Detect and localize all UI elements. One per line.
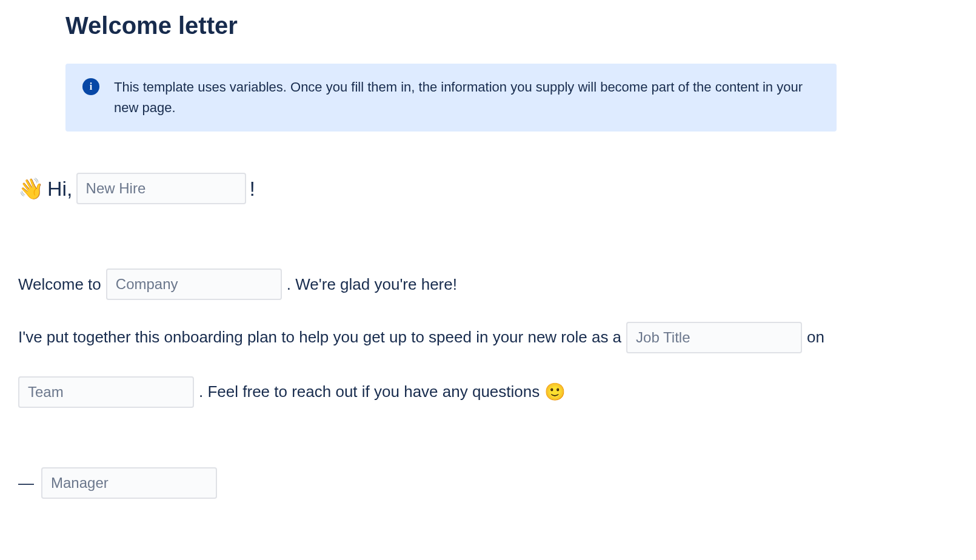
page-title: Welcome letter [65, 12, 958, 39]
hi-text: Hi, [47, 162, 73, 215]
team-input[interactable] [18, 376, 194, 408]
info-icon: i [82, 78, 99, 95]
signature-line: — [18, 463, 958, 504]
wave-emoji-icon: 👋 [18, 162, 44, 215]
company-input[interactable] [106, 268, 282, 300]
signature-dash: — [18, 463, 33, 504]
greeting-line: 👋 Hi, ! [18, 162, 958, 215]
smile-emoji-icon: 🙂 [544, 370, 566, 415]
template-content: 👋 Hi, ! Welcome to . We're glad you're h… [18, 162, 958, 504]
welcome-to-text: Welcome to [18, 264, 101, 305]
onboarding-intro-text: I've put together this onboarding plan t… [18, 317, 621, 358]
info-panel-text: This template uses variables. Once you f… [114, 77, 820, 118]
info-panel: i This template uses variables. Once you… [65, 64, 837, 132]
manager-input[interactable] [41, 467, 217, 499]
on-text: on [807, 317, 824, 358]
welcome-paragraph: Welcome to . We're glad you're here! [18, 264, 958, 305]
exclaim-text: ! [250, 162, 255, 215]
reach-out-text: . Feel free to reach out if you have any… [199, 372, 540, 413]
job-title-input[interactable] [626, 322, 802, 353]
glad-here-text: . We're glad you're here! [287, 264, 457, 305]
new-hire-input[interactable] [76, 173, 246, 204]
onboarding-paragraph: I've put together this onboarding plan t… [18, 317, 958, 414]
